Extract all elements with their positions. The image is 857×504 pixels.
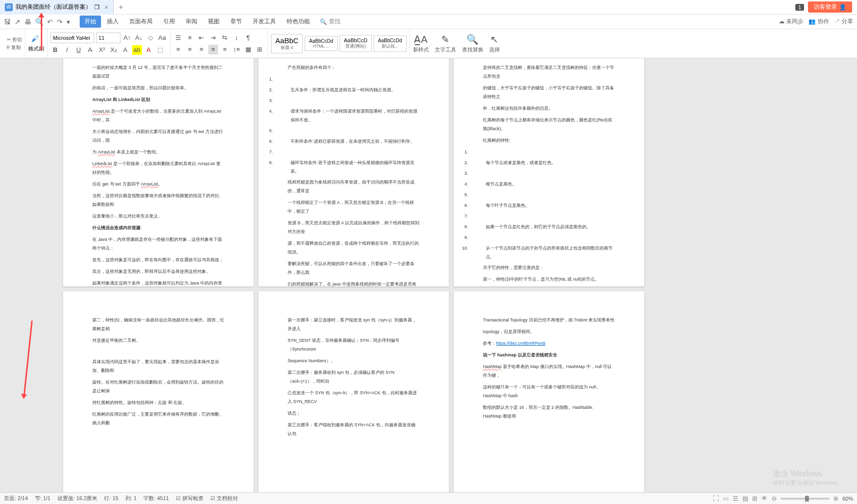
search-icon: 🔍 <box>320 18 327 25</box>
search-box[interactable]: 🔍 查找 <box>320 17 341 26</box>
zoom-in-icon[interactable]: ⊕ <box>833 495 839 502</box>
style-heading4[interactable]: AaBbC标题 4 <box>271 34 303 53</box>
bullet-list-icon[interactable]: ☰ <box>173 33 183 43</box>
search-label: 查找 <box>329 17 341 26</box>
view-read-icon[interactable]: ☰ <box>733 495 738 502</box>
status-words[interactable]: 字数: 4511 <box>143 495 169 502</box>
menu-insert[interactable]: 插入 <box>102 16 123 28</box>
guest-login-button[interactable]: 访客登录👤 <box>808 1 852 13</box>
superscript-icon[interactable]: X² <box>97 45 107 55</box>
menu-special[interactable]: 特色功能 <box>282 16 315 28</box>
menu-view[interactable]: 视图 <box>203 16 224 28</box>
style-html[interactable]: AaBbCcDdHTML ... <box>305 36 337 51</box>
page-1: 一面的时候大概是 3 月 12 号，面完等了差不多半个月才突然接到二面面试官 的… <box>63 58 254 286</box>
line-spacing-icon[interactable]: ↕≡ <box>232 45 241 54</box>
page-6: Transactional Topology 目前已经不再维护，由 Triden… <box>454 291 644 492</box>
grow-font-icon[interactable]: A↑ <box>122 33 132 43</box>
align-center-icon[interactable]: ≡ <box>185 45 195 54</box>
zoom-slider[interactable] <box>781 498 829 500</box>
document-area[interactable]: 一面的时候大概是 3 月 12 号，面完等了差不多半个月才突然接到二面面试官 的… <box>0 58 857 492</box>
sort-icon[interactable]: ↕ <box>232 33 241 43</box>
select-button[interactable]: ↖选择 <box>486 34 503 53</box>
increase-indent-icon[interactable]: ⇥ <box>208 33 218 43</box>
page-5: 第一次握手：建立连接时，客户端发送 syn 包（syn=j）到服务器，并进入 S… <box>258 291 449 492</box>
dropdown-icon[interactable]: ▾ <box>67 18 70 26</box>
status-proofread[interactable]: ☑ 文档校对 <box>210 495 238 502</box>
menu-start[interactable]: 开始 <box>80 16 101 28</box>
shading-icon[interactable]: ▦ <box>243 45 253 54</box>
text-tool-button[interactable]: ✎文字工具 <box>432 34 459 53</box>
document-tab[interactable]: W 我的美团面经（面试题答案） ❐ × <box>0 0 114 15</box>
underline-icon[interactable]: U <box>74 45 84 55</box>
menu-review[interactable]: 审阅 <box>181 16 202 28</box>
strike-icon[interactable]: A̶ <box>86 45 95 55</box>
close-tab-icon[interactable]: × <box>104 3 108 11</box>
highlight-icon[interactable]: ab <box>132 45 142 55</box>
align-left-icon[interactable]: ≡ <box>173 45 183 54</box>
status-setval[interactable]: 设置值: 16.2厘米 <box>57 495 98 502</box>
find-replace-button[interactable]: 🔍查找替换 <box>459 34 486 53</box>
view-mode-icon[interactable]: 👁 <box>761 495 768 502</box>
style-normal-web[interactable]: AaBbCcD普通(网站) <box>340 35 372 52</box>
page-3: 是特殊的二叉查找树，意味着它满足二叉查找树的特征：任意一个节点所包含 的键值，大… <box>454 58 644 286</box>
menu-section[interactable]: 章节 <box>225 16 247 28</box>
char-border-icon[interactable]: ⬚ <box>155 45 165 55</box>
view-outline-icon[interactable]: ⊞ <box>752 495 757 502</box>
distribute-icon[interactable]: ≡ <box>220 45 230 54</box>
subscript-icon[interactable]: X₂ <box>109 45 119 55</box>
collab-button[interactable]: 👥 协作 <box>808 17 829 26</box>
clear-format-icon[interactable]: ◇ <box>146 33 155 43</box>
sync-status[interactable]: ☁ 未同步 <box>779 17 804 26</box>
italic-icon[interactable]: I <box>62 45 72 55</box>
style-default[interactable]: AaBbCcDd默认段... <box>374 35 406 52</box>
annotation-arrow-1 <box>41 14 42 50</box>
menu-devtools[interactable]: 开发工具 <box>248 16 281 28</box>
print-icon[interactable]: 🖶 <box>24 18 31 26</box>
bold-icon[interactable]: B <box>51 45 60 55</box>
change-case-icon[interactable]: Aa <box>157 33 167 43</box>
save-icon[interactable]: 🖫 <box>4 18 11 26</box>
word-icon: W <box>5 3 13 11</box>
menu-page-layout[interactable]: 页面布局 <box>124 16 157 28</box>
page-4: 第二，特性(5)，确保没有一条路径会比其他路径长出俩倍。因而，红黑树是相 对是接… <box>63 291 254 492</box>
menu-reference[interactable]: 引用 <box>158 16 180 28</box>
border-icon[interactable]: ⊞ <box>255 45 265 54</box>
duplicate-icon[interactable]: ❐ <box>94 4 100 11</box>
cut-button[interactable]: ✂ 剪切 <box>7 36 22 43</box>
show-marks-icon[interactable]: ¶ <box>243 33 253 43</box>
status-page[interactable]: 页面: 2/14 <box>4 495 28 502</box>
format-brush-icon[interactable]: 🖌 <box>31 34 41 44</box>
text-effect-icon[interactable]: A <box>120 45 130 55</box>
export-icon[interactable]: ↗ <box>15 18 20 26</box>
align-right-icon[interactable]: ≡ <box>197 45 206 54</box>
status-section[interactable]: 节: 1/1 <box>35 495 51 502</box>
font-color-icon[interactable]: A <box>144 45 154 55</box>
zoom-level[interactable]: 60% <box>842 496 853 502</box>
tab-icon[interactable]: ⇆ <box>220 33 230 43</box>
undo-icon[interactable]: ↶ <box>47 18 53 26</box>
zoom-out-icon[interactable]: ⊖ <box>771 495 777 502</box>
status-row[interactable]: 行: 15 <box>104 495 118 502</box>
status-col[interactable]: 列: 1 <box>125 495 137 502</box>
page-2: 产生死锁的条件有四个： 互斥条件：所谓互斥就是进程在某一时间内独占资源。 请求与… <box>258 58 449 286</box>
tab-title: 我的美团面经（面试题答案） <box>16 3 91 11</box>
shrink-font-icon[interactable]: A↓ <box>134 33 144 43</box>
share-button[interactable]: ↗ 分享 <box>834 17 853 26</box>
view-print-icon[interactable]: ▭ <box>723 495 729 502</box>
align-justify-icon[interactable]: ≡ <box>208 45 218 54</box>
font-size-select[interactable] <box>96 33 120 43</box>
decrease-indent-icon[interactable]: ⇤ <box>197 33 206 43</box>
fullscreen-icon[interactable]: ⛶ <box>713 495 719 502</box>
new-style-button[interactable]: A̲A新样式 <box>410 34 432 53</box>
notification-badge[interactable]: 1 <box>795 4 804 11</box>
status-spellcheck[interactable]: ☑ 拼写检查 <box>176 495 204 502</box>
copy-button[interactable]: ⎘ 复制 <box>7 44 22 51</box>
redo-icon[interactable]: ↷ <box>57 18 63 26</box>
new-tab-button[interactable]: + <box>114 3 128 12</box>
view-web-icon[interactable]: ▤ <box>742 495 748 502</box>
number-list-icon[interactable]: ≡ <box>185 33 195 43</box>
font-name-select[interactable] <box>51 33 94 43</box>
